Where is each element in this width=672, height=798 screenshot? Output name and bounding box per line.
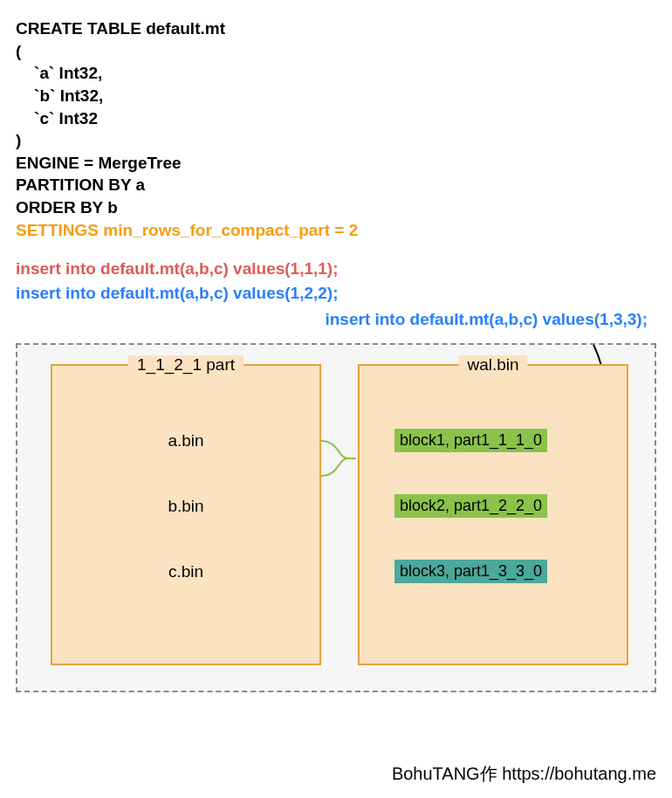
wal-block-3: block3, part1_3_3_0	[394, 560, 547, 583]
part-title: 1_1_2_1 part	[128, 355, 243, 375]
sql-line: ORDER BY b	[16, 196, 656, 219]
insert-3: insert into default.mt(a,b,c) values(1,3…	[325, 310, 648, 328]
sql-line: `a` Int32,	[16, 62, 656, 85]
insert-statements: insert into default.mt(a,b,c) values(1,1…	[16, 257, 656, 331]
sql-line: ENGINE = MergeTree	[16, 152, 656, 175]
sql-line: PARTITION BY a	[16, 174, 656, 196]
sql-line: CREATE TABLE default.mt	[16, 17, 656, 40]
credit-line: BohuTANG作 https://bohutang.me	[0, 762, 656, 786]
create-table-sql: CREATE TABLE default.mt ( `a` Int32, `b`…	[16, 17, 656, 241]
sql-line: `c` Int32	[16, 107, 656, 130]
brace-connector	[321, 441, 347, 476]
file-a-bin: a.bin	[52, 431, 319, 451]
sql-line: )	[16, 129, 656, 152]
sql-line: `b` Int32,	[16, 85, 656, 107]
diagram-container: 1_1_2_1 part a.bin b.bin c.bin wal.bin b…	[16, 343, 656, 692]
part-box: 1_1_2_1 part a.bin b.bin c.bin	[51, 364, 321, 665]
wal-block-2: block2, part1_2_2_0	[394, 494, 547, 518]
file-c-bin: c.bin	[52, 562, 319, 581]
wal-title: wal.bin	[458, 355, 527, 375]
file-b-bin: b.bin	[52, 497, 319, 516]
sql-line: (	[16, 40, 656, 63]
sql-settings-line: SETTINGS min_rows_for_compact_part = 2	[16, 219, 656, 242]
insert-1: insert into default.mt(a,b,c) values(1,1…	[16, 257, 656, 281]
insert-2: insert into default.mt(a,b,c) values(1,2…	[16, 281, 656, 306]
wal-block-1: block1, part1_1_1_0	[394, 429, 547, 452]
wal-box: wal.bin block1, part1_1_1_0 block2, part…	[358, 364, 628, 665]
